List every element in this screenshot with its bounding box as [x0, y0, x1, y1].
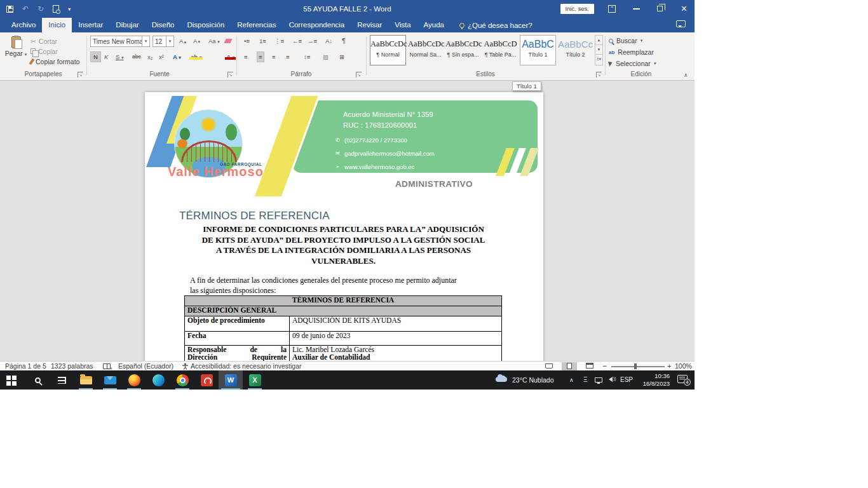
zoom-out-icon[interactable]: −: [602, 362, 607, 370]
zoom-slider-thumb[interactable]: [634, 363, 637, 369]
web-layout-icon[interactable]: [582, 362, 597, 370]
highlight-color-icon[interactable]: ab ▾: [189, 53, 203, 60]
decrease-indent-icon[interactable]: ←≡: [291, 36, 303, 46]
show-marks-icon[interactable]: ¶: [341, 36, 347, 46]
print-layout-icon[interactable]: [562, 362, 577, 370]
bullets-icon[interactable]: •≡: [243, 36, 251, 46]
chrome-button[interactable]: [170, 370, 194, 390]
style-normal[interactable]: AaBbCcDc ¶ Normal: [370, 35, 406, 65]
reference-table[interactable]: TÉRMINOS DE REFERENCIA DESCRIPCIÓN GENER…: [184, 295, 502, 361]
clock[interactable]: 10:36 16/8/2023: [637, 372, 670, 388]
excel-taskbar-button[interactable]: X: [243, 370, 267, 390]
numbering-icon[interactable]: 1≡: [258, 36, 268, 46]
font-dialog-launcher[interactable]: ↘: [227, 72, 233, 78]
comments-icon[interactable]: [676, 20, 686, 27]
font-size-combobox[interactable]: 12 ▾: [153, 36, 174, 47]
format-painter-button[interactable]: Copiar formato: [31, 57, 79, 66]
strikethrough-button[interactable]: abc: [131, 51, 142, 62]
restore-button[interactable]: [657, 6, 663, 11]
pdf-reader-button[interactable]: [194, 370, 219, 390]
notification-center-icon[interactable]: 4: [677, 375, 688, 383]
task-view-button[interactable]: [50, 370, 74, 390]
align-right-icon[interactable]: ≡: [271, 51, 277, 62]
italic-button[interactable]: K: [103, 51, 109, 62]
document-heading[interactable]: TÉRMINOS DE REFERENCIA: [179, 210, 330, 222]
font-name-combobox[interactable]: Times New Roman ▾: [90, 36, 150, 47]
align-left-icon[interactable]: ≡: [243, 51, 249, 62]
file-explorer-button[interactable]: [74, 370, 98, 390]
styles-dialog-launcher[interactable]: ↘: [596, 72, 602, 78]
document-page[interactable]: Acuerdo Ministerial N° 1359 RUC : 176812…: [145, 92, 543, 361]
tab-insertar[interactable]: Insertar: [72, 18, 109, 32]
tab-archivo[interactable]: Archivo: [5, 18, 42, 32]
zoom-level[interactable]: 100%: [675, 362, 692, 370]
replace-button[interactable]: ab Reemplazar: [609, 47, 654, 57]
tab-ayuda[interactable]: Ayuda: [417, 18, 451, 32]
find-button[interactable]: Buscar▾: [609, 36, 642, 46]
ribbon-display-options-icon[interactable]: ⌃: [608, 5, 616, 13]
cut-button[interactable]: ✂ Cortar: [31, 36, 57, 46]
styles-more-icon[interactable]: ≡▾: [595, 55, 602, 64]
row-label[interactable]: Fecha: [185, 332, 290, 346]
paste-button[interactable]: Pegar ▾: [4, 35, 28, 71]
zoom-in-icon[interactable]: +: [667, 362, 671, 370]
tab-referencias[interactable]: Referencias: [231, 18, 282, 32]
underline-button[interactable]: S ▾: [114, 51, 125, 62]
style-sin-espaciado[interactable]: AaBbCcDc ¶ Sin espa...: [445, 35, 481, 65]
edge-button[interactable]: [146, 370, 170, 390]
font-size-dropdown-icon[interactable]: ▾: [166, 36, 173, 46]
tab-disposicion[interactable]: Disposición: [180, 18, 231, 32]
weather-icon-wrap[interactable]: [496, 370, 508, 390]
row-value[interactable]: 09 de junio de 2023: [290, 332, 502, 346]
close-button[interactable]: ×: [681, 2, 687, 16]
line-spacing-icon[interactable]: ↕≡: [302, 51, 311, 62]
bold-button[interactable]: N: [90, 51, 101, 62]
input-language[interactable]: ESP: [620, 370, 633, 390]
volume-icon[interactable]: [609, 377, 613, 382]
justify-icon[interactable]: ≡: [285, 51, 291, 62]
font-color-icon[interactable]: A ▾: [225, 53, 236, 60]
read-mode-icon[interactable]: [541, 362, 557, 370]
tab-correspondencia[interactable]: Correspondencia: [283, 18, 351, 32]
tab-dibujar[interactable]: Dibujar: [109, 18, 145, 32]
network-icon[interactable]: [595, 377, 602, 383]
align-center-icon[interactable]: ≡: [257, 51, 264, 62]
intro-paragraph[interactable]: A fin de determinar las condiciones gene…: [190, 275, 508, 295]
row-label[interactable]: Responsable de la Dirección Requirente: [185, 346, 290, 362]
multilevel-list-icon[interactable]: ⋮≡: [273, 36, 285, 46]
font-name-dropdown-icon[interactable]: ▾: [142, 36, 149, 46]
shrink-font-icon[interactable]: A▼: [192, 36, 202, 46]
styles-scroll-up-icon[interactable]: ▲: [595, 36, 602, 45]
grow-font-icon[interactable]: A▲: [178, 36, 188, 46]
collapse-ribbon-icon[interactable]: ∧: [684, 72, 688, 78]
row-label[interactable]: Objeto de procedimiento: [185, 316, 290, 332]
clipboard-dialog-launcher[interactable]: ↘: [78, 72, 83, 78]
tray-lines-icon[interactable]: Ξ: [583, 370, 588, 390]
styles-scroll-down-icon[interactable]: ▼: [595, 45, 602, 55]
hidden-icons-chevron[interactable]: ∧: [569, 370, 574, 390]
sign-in-button[interactable]: Inic. ses.: [560, 4, 595, 14]
document-subject[interactable]: INFORME DE CONDICIONES PARTICULARES PARA…: [170, 224, 517, 266]
paragraph-dialog-launcher[interactable]: ↘: [356, 72, 362, 78]
accessibility-status[interactable]: Accesibilidad: es necesario investigar: [191, 362, 302, 370]
tab-revisar[interactable]: Revisar: [351, 18, 388, 32]
minimize-button[interactable]: [633, 8, 640, 10]
row-value[interactable]: Lic. Maribel Lozada Garcés Auxiliar de C…: [290, 346, 502, 362]
style-titulo-2[interactable]: AaBbCc Título 2: [557, 35, 593, 65]
clear-formatting-icon[interactable]: [224, 36, 233, 46]
superscript-button[interactable]: x²: [158, 51, 165, 62]
language-indicator[interactable]: Español (Ecuador): [118, 362, 173, 370]
style-titulo-1[interactable]: AaBbC Título 1: [520, 35, 556, 65]
tab-inicio[interactable]: Inicio: [42, 18, 72, 32]
zoom-slider-track[interactable]: [611, 366, 665, 367]
style-table-pa[interactable]: AaBbCcD ¶ Table Pa...: [482, 35, 519, 65]
style-normal-sa[interactable]: AaBbCcDc Normal Sa...: [407, 35, 444, 65]
table-title[interactable]: TÉRMINOS DE REFERENCIA: [185, 296, 502, 306]
tell-me-box[interactable]: ¿Qué desea hacer?: [459, 18, 532, 32]
copy-button[interactable]: Copiar: [31, 46, 58, 56]
row-value[interactable]: ADQUISICIÓN DE KITS AYUDAS: [290, 316, 502, 332]
tab-diseno[interactable]: Diseño: [146, 18, 181, 32]
select-button[interactable]: Seleccionar▾: [609, 58, 656, 69]
subscript-button[interactable]: x₂: [146, 51, 154, 62]
proofing-errors-icon[interactable]: [103, 363, 111, 369]
